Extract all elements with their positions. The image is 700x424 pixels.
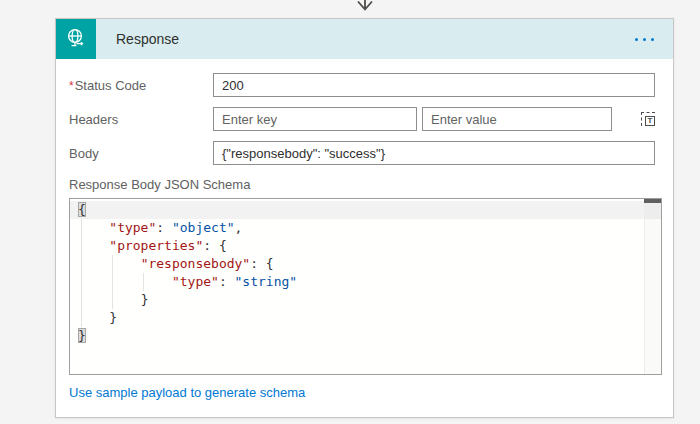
schema-code-lines: { "type": "object", "properties": { "res… <box>70 201 661 345</box>
status-code-label: *Status Code <box>69 78 213 93</box>
editor-scrollbar-track[interactable] <box>644 199 661 374</box>
required-marker: * <box>69 79 74 93</box>
card-body: *Status Code Headers Body Response Body … <box>56 59 673 401</box>
headers-label: Headers <box>69 112 213 127</box>
status-code-row: *Status Code <box>69 73 655 97</box>
body-row: Body <box>69 141 655 165</box>
header-key-input[interactable] <box>213 107 417 131</box>
status-code-input[interactable] <box>213 73 655 97</box>
card-title: Response <box>116 31 179 47</box>
use-sample-payload-link[interactable]: Use sample payload to generate schema <box>69 385 305 400</box>
response-action-card: Response *Status Code Headers Body Respo… <box>55 18 674 418</box>
code-line: } <box>70 327 661 345</box>
code-line: "type": "object", <box>70 219 661 237</box>
switch-to-text-mode-icon[interactable] <box>641 112 655 126</box>
header-value-input[interactable] <box>422 107 612 131</box>
flow-down-arrow-icon <box>356 0 374 17</box>
schema-section-label: Response Body JSON Schema <box>69 177 655 192</box>
json-schema-editor[interactable]: { "type": "object", "properties": { "res… <box>69 198 662 375</box>
editor-scrollbar-thumb[interactable] <box>644 199 661 203</box>
card-header[interactable]: Response <box>56 19 673 59</box>
code-line: "responsebody": { <box>70 255 661 273</box>
code-line: } <box>70 309 661 327</box>
body-input[interactable] <box>213 141 655 165</box>
code-line: "type": "string" <box>70 273 661 291</box>
code-line: { <box>70 201 661 219</box>
globe-response-icon <box>56 19 96 59</box>
headers-row: Headers <box>69 107 655 131</box>
code-line: } <box>70 291 661 309</box>
ellipsis-icon[interactable] <box>630 33 659 46</box>
code-line: "properties": { <box>70 237 661 255</box>
body-label: Body <box>69 146 213 161</box>
